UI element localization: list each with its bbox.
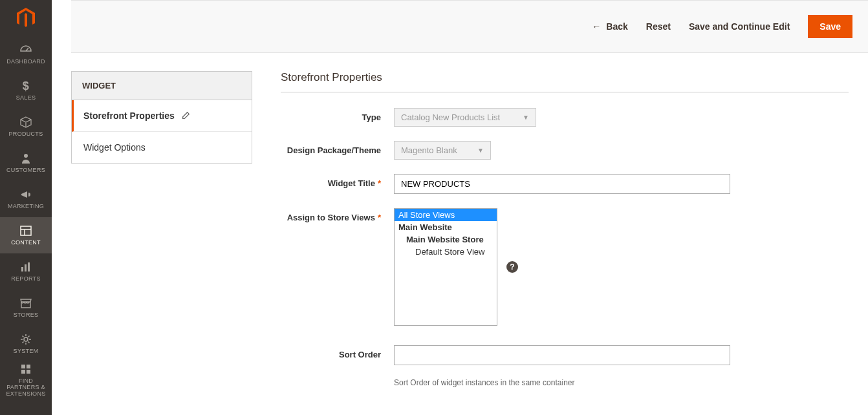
help-icon[interactable]: ? (506, 261, 518, 273)
gear-icon (19, 333, 32, 346)
nav-label: DASHBOARD (6, 59, 45, 65)
tab-storefront-properties[interactable]: Storefront Properties (72, 100, 252, 132)
back-button[interactable]: ← Back (592, 21, 627, 32)
nav-label: SYSTEM (14, 348, 39, 355)
magento-logo (0, 0, 52, 36)
dashboard-icon (19, 43, 32, 56)
box-icon (19, 116, 32, 129)
nav-label: PRODUCTS (9, 131, 43, 138)
nav-products[interactable]: PRODUCTS (0, 109, 52, 145)
theme-value: Magento Blank (401, 145, 457, 155)
nav-label: FIND PARTNERS & EXTENSIONS (3, 378, 49, 398)
nav-label: REPORTS (11, 276, 40, 282)
theme-select: Magento Blank ▼ (394, 141, 491, 160)
store-views-multiselect[interactable]: All Store ViewsMain WebsiteMain Website … (394, 208, 497, 326)
svg-rect-6 (25, 264, 27, 271)
nav-system[interactable]: SYSTEM (0, 326, 52, 362)
nav-label: CONTENT (11, 240, 41, 246)
required-star: * (378, 213, 381, 222)
megaphone-icon (19, 188, 32, 201)
widget-side-panel: WIDGET Storefront Properties Widget Opti… (71, 71, 252, 401)
row-theme: Design Package/Theme Magento Blank ▼ (281, 141, 849, 160)
sort-order-hint: Sort Order of widget instances in the sa… (394, 378, 574, 387)
admin-sidebar: DASHBOARD$SALESPRODUCTSCUSTOMERSMARKETIN… (0, 0, 52, 415)
chevron-down-icon: ▼ (523, 114, 529, 121)
reset-button-label: Reset (646, 21, 671, 32)
required-star: * (378, 178, 381, 188)
type-select: Catalog New Products List ▼ (394, 108, 536, 127)
dollar-icon: $ (19, 80, 32, 92)
svg-text:$: $ (23, 80, 29, 92)
nav-marketing[interactable]: MARKETING (0, 181, 52, 217)
svg-point-1 (24, 154, 28, 158)
type-value: Catalog New Products List (401, 112, 500, 122)
svg-rect-2 (21, 226, 31, 235)
save-continue-button-label: Save and Continue Edit (689, 21, 790, 32)
label-sort-order: Sort Order (281, 345, 394, 359)
magento-logo-icon (17, 8, 35, 28)
blocks-icon (19, 363, 32, 376)
nav-reports[interactable]: REPORTS (0, 253, 52, 290)
row-widget-title: Widget Title* (281, 174, 849, 194)
store-option[interactable]: Main Website Store (395, 233, 497, 246)
label-type: Type (281, 108, 394, 122)
chevron-down-icon: ▼ (477, 147, 484, 154)
tab-label: Storefront Properties (83, 111, 175, 121)
nav-label: MARKETING (8, 204, 44, 210)
nav-customers[interactable]: CUSTOMERS (0, 145, 52, 181)
side-panel-heading: WIDGET (71, 71, 252, 100)
save-continue-button[interactable]: Save and Continue Edit (689, 21, 790, 32)
save-button-label: Save (819, 21, 841, 32)
row-sort-order: Sort Order Sort Order of widget instance… (281, 345, 849, 387)
tab-label: Widget Options (83, 142, 146, 153)
save-button[interactable]: Save (808, 15, 852, 38)
svg-rect-5 (21, 267, 23, 271)
form-section: Storefront Properties Type Catalog New P… (281, 71, 849, 401)
label-theme: Design Package/Theme (281, 141, 394, 155)
label-store-views: Assign to Store Views* (281, 208, 394, 222)
section-title: Storefront Properties (281, 71, 849, 92)
pencil-icon (181, 111, 190, 120)
svg-rect-9 (21, 365, 25, 368)
svg-rect-12 (27, 370, 30, 374)
sort-order-input[interactable] (394, 345, 730, 365)
widget-title-input[interactable] (394, 174, 730, 194)
back-button-label: Back (606, 21, 627, 32)
main-content: ← Back Reset Save and Continue Edit Save… (52, 0, 868, 415)
nav-label: SALES (16, 95, 36, 101)
svg-rect-7 (28, 262, 30, 271)
nav-partners[interactable]: FIND PARTNERS & EXTENSIONS (0, 362, 52, 398)
person-icon (19, 152, 32, 165)
nav-stores[interactable]: STORES (0, 290, 52, 326)
store-option[interactable]: Default Store View (395, 246, 497, 258)
store-option[interactable]: Main Website (395, 221, 497, 233)
nav-content[interactable]: CONTENT (0, 217, 52, 253)
nav-label: CUSTOMERS (6, 167, 45, 174)
back-arrow-icon: ← (592, 21, 601, 32)
nav-sales[interactable]: $SALES (0, 72, 52, 109)
store-option[interactable]: All Store Views (395, 209, 497, 221)
row-store-views: Assign to Store Views* All Store ViewsMa… (281, 208, 849, 326)
reset-button[interactable]: Reset (646, 21, 671, 32)
page-actions-bar: ← Back Reset Save and Continue Edit Save (71, 0, 868, 53)
svg-point-8 (24, 337, 28, 341)
svg-rect-10 (27, 365, 30, 368)
bars-icon (19, 261, 32, 273)
tab-widget-options[interactable]: Widget Options (72, 132, 252, 163)
storefront-icon (19, 297, 32, 310)
svg-rect-11 (21, 370, 25, 374)
side-panel-tabs: Storefront Properties Widget Options (71, 100, 252, 164)
label-widget-title: Widget Title* (281, 174, 394, 188)
nav-dashboard[interactable]: DASHBOARD (0, 36, 52, 72)
row-type: Type Catalog New Products List ▼ (281, 108, 849, 127)
nav-label: STORES (14, 312, 39, 319)
layout-icon (19, 224, 32, 237)
